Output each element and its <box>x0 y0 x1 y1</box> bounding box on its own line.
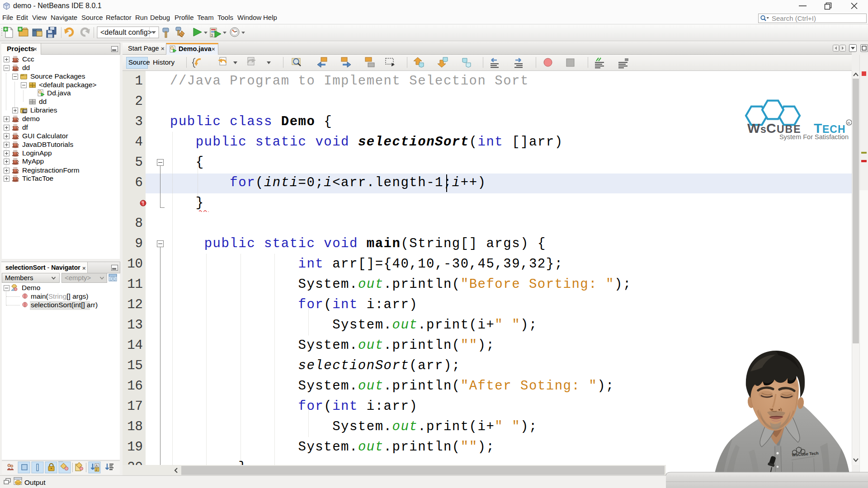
svg-text:W: W <box>747 121 760 136</box>
svg-text:A: A <box>96 464 98 467</box>
svg-text:s: s <box>760 123 766 135</box>
svg-text:R: R <box>848 121 850 125</box>
svg-text:3: 3 <box>211 33 213 38</box>
svg-text:C: C <box>766 121 776 136</box>
svg-text:<default config>: <default config> <box>100 28 152 36</box>
svg-text:System For Satisfaction: System For Satisfaction <box>779 133 849 141</box>
svg-text:Z: Z <box>96 468 98 471</box>
